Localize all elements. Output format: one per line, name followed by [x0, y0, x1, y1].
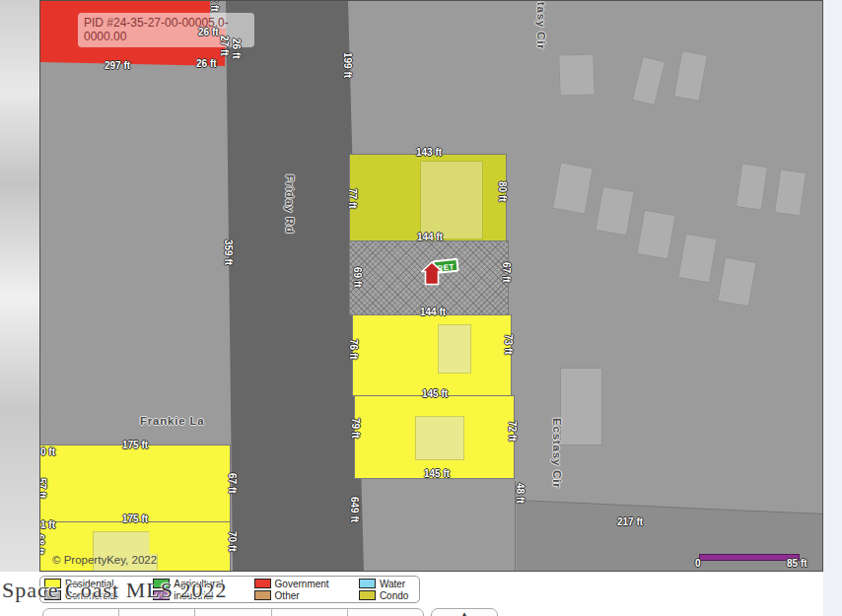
measurement-label: 69 ft: [352, 267, 363, 288]
legend-item-water: Water: [359, 579, 415, 589]
building: [636, 209, 675, 259]
measurement-label: 70 ft: [227, 531, 238, 552]
up-arrow-icon: ▲: [461, 610, 468, 616]
street-label-frankie-la: Frankie La: [140, 415, 205, 427]
legend-label: Government: [275, 579, 329, 589]
water-swatch: [359, 579, 376, 588]
scale-max-label: 85 ft: [787, 558, 807, 569]
legend-label: Other: [275, 590, 300, 601]
copyright-notice: © PropertyKey, 2022: [52, 554, 157, 566]
building: [673, 50, 708, 102]
government-swatch: [254, 579, 271, 588]
measurement-label: 26 ft: [198, 27, 219, 37]
scroll-up-button[interactable]: ▲: [431, 608, 498, 616]
measurement-label: 67 ft: [227, 473, 238, 494]
legend-item-condo: Condo: [359, 590, 415, 601]
measurement-label: 217 ft: [617, 516, 643, 527]
building-footprint: [438, 324, 471, 374]
street-label-ecstasy-cir-top: Ecstasy Cir: [535, 0, 547, 49]
building: [552, 162, 594, 214]
footer-button-segment[interactable]: [43, 609, 119, 616]
legend-label: Condo: [380, 590, 408, 601]
building-footprint: [420, 161, 483, 240]
measurement-label: 175 ft: [122, 513, 148, 524]
measurement-label: 57 ft: [39, 478, 47, 499]
building: [560, 368, 602, 445]
footer-button-segment[interactable]: [348, 609, 423, 616]
other-swatch: [254, 590, 271, 600]
mls-watermark: Space Coast MLS 2022: [2, 578, 227, 603]
measurement-label: 297 ft: [105, 60, 130, 71]
measurement-label: 48 ft: [515, 483, 526, 504]
page-right-margin: [823, 0, 842, 616]
building: [558, 53, 595, 96]
measurement-label: 0 ft: [40, 446, 55, 457]
building: [717, 256, 756, 307]
street-label-friday-rd: Friday Rd: [284, 174, 296, 234]
footer-button-segment[interactable]: [195, 609, 271, 616]
legend-label: Water: [380, 579, 405, 589]
measurement-label: 27 ft: [219, 35, 230, 56]
measurement-label: 26 ft: [196, 58, 217, 69]
footer-button-group[interactable]: [42, 608, 424, 616]
measurement-label: 175 ft: [122, 440, 148, 450]
building: [632, 56, 666, 105]
page-left-margin: [0, 0, 39, 572]
measurement-label: 144 ft: [417, 232, 443, 242]
house-marker-icon[interactable]: [421, 261, 443, 290]
measurement-label: 68 ft: [39, 534, 45, 555]
measurement-label: 1 ft: [40, 519, 55, 530]
legend-item-government: Government: [254, 579, 359, 589]
measurement-label: 67 ft: [501, 262, 512, 283]
measurement-label: 144 ft: [420, 307, 446, 317]
measurement-label: 80 ft: [497, 181, 508, 202]
footer-button-segment[interactable]: [272, 609, 348, 616]
measurement-label: 77 ft: [347, 188, 358, 209]
scale-zero-label: 0: [695, 558, 701, 569]
scale-bar: [699, 554, 800, 561]
measurement-label: 73 ft: [503, 334, 514, 355]
building: [736, 163, 768, 210]
building-footprint: [415, 416, 464, 460]
measurement-label: 79 ft: [350, 418, 361, 439]
measurement-label: 26 ft: [231, 38, 242, 59]
measurement-label: 72 ft: [209, 0, 220, 12]
measurement-label: 72 ft: [507, 421, 518, 442]
parcel-map[interactable]: PID #24-35-27-00-00005.0- 0000.00 RET Fr…: [39, 0, 823, 572]
measurement-label: 199 ft: [342, 52, 353, 78]
building: [774, 169, 807, 216]
measurement-label: 145 ft: [422, 388, 448, 399]
measurement-label: 359 ft: [223, 240, 234, 265]
building: [595, 185, 634, 236]
legend-item-other: Other: [254, 590, 359, 601]
measurement-label: 145 ft: [424, 468, 450, 479]
street-label-ecstasy-cir-mid: Ecstasy Cir: [551, 418, 563, 488]
pid-line1: PID #24-35-27-00-00005.0-: [84, 16, 249, 30]
measurement-label: 76 ft: [348, 339, 359, 360]
building: [677, 233, 717, 283]
condo-swatch: [359, 590, 376, 600]
parcel-residential-3[interactable]: [39, 445, 231, 522]
footer-button-segment[interactable]: [119, 609, 195, 616]
parcel-residential-1[interactable]: [352, 314, 512, 396]
measurement-label: 143 ft: [416, 147, 442, 158]
measurement-label: 649 ft: [349, 497, 360, 522]
